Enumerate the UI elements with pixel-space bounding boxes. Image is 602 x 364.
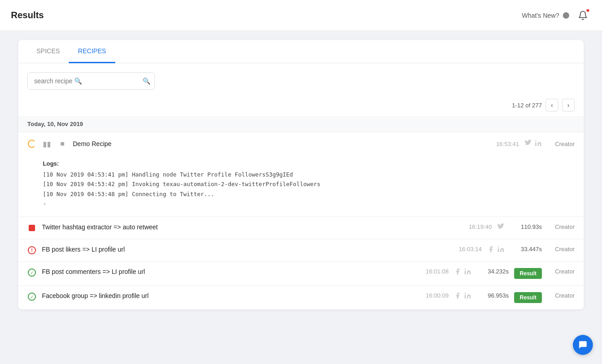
search-area: 🔍 — [18, 63, 584, 94]
status-icon-error: ! — [27, 246, 36, 255]
recipe-row: ✓ Facebook group => linkedin profile url… — [18, 285, 584, 309]
recipe-time: 16:00:09 — [426, 292, 449, 299]
whats-new-button[interactable]: What's New? — [522, 12, 569, 19]
pagination-next[interactable]: › — [562, 99, 575, 111]
tab-recipes[interactable]: RECIPES — [69, 40, 115, 63]
creator-label: Creator — [547, 246, 575, 253]
creator-label: Creator — [547, 141, 575, 147]
whats-new-label: What's New? — [522, 12, 559, 19]
spinner-icon — [28, 140, 36, 148]
recipe-row: ▮▮ ■ Demo Recipe 16:53:41 Creator Logs: … — [18, 132, 584, 217]
recipe-row-main: ▮▮ ■ Demo Recipe 16:53:41 Creator — [27, 139, 575, 149]
success-icon: ✓ — [28, 268, 36, 277]
social-icons — [525, 140, 542, 148]
svg-point-3 — [465, 293, 466, 294]
status-icon-success: ✓ — [27, 292, 36, 301]
creator-label: Creator — [547, 223, 575, 230]
status-icon-running — [27, 139, 36, 148]
logs-label: Logs: — [43, 159, 321, 169]
notifications-button[interactable] — [575, 7, 591, 24]
tab-spices[interactable]: SPICES — [27, 40, 69, 63]
social-icons — [454, 268, 471, 277]
pagination-info: 1-12 of 277 — [512, 102, 542, 109]
duration: 110.93s — [510, 223, 542, 230]
tab-card: SPICES RECIPES 🔍 1-12 of 277 ‹ › Today, … — [18, 40, 584, 309]
header: Results What's New? — [0, 0, 602, 31]
success-icon: ✓ — [28, 293, 36, 301]
status-icon-success: ✓ — [27, 268, 36, 277]
recipe-name: Demo Recipe — [73, 140, 486, 147]
linkedin-icon — [497, 246, 505, 254]
error-icon: ! — [28, 246, 36, 254]
recipe-name: FB post commenters => LI profile url — [42, 268, 416, 275]
stop-button[interactable]: ■ — [57, 139, 67, 149]
recipe-time: 16:01:08 — [426, 268, 449, 275]
tabs-bar: SPICES RECIPES — [18, 40, 584, 63]
log-line: [10 Nov 2019 04:53:48 pm] Connecting to … — [43, 189, 321, 199]
main-content: SPICES RECIPES 🔍 1-12 of 277 ‹ › Today, … — [0, 31, 602, 364]
twitter-icon — [497, 223, 505, 232]
linkedin-icon — [464, 268, 471, 277]
recipe-time: 16:03:14 — [459, 246, 482, 253]
recipe-time: 16:53:41 — [496, 141, 519, 147]
stop-icon — [29, 225, 35, 231]
facebook-icon — [454, 292, 461, 301]
chat-button[interactable] — [573, 335, 593, 355]
page-title: Results — [11, 10, 44, 20]
result-button[interactable]: Result — [514, 268, 542, 279]
svg-point-2 — [465, 268, 466, 270]
linkedin-icon — [464, 292, 471, 301]
recipe-row: Twitter hashtag extractor => auto retwee… — [18, 217, 584, 239]
whats-new-dot — [563, 12, 569, 19]
log-line: [10 Nov 2019 04:53:42 pm] Invoking texau… — [43, 179, 321, 189]
search-icon: 🔍 — [143, 77, 150, 85]
creator-label: Creator — [547, 292, 575, 299]
logs-area: Logs: [10 Nov 2019 04:53:41 pm] Handling… — [27, 154, 321, 210]
recipe-name: Facebook group => linkedin profile url — [42, 292, 416, 299]
duration: 96.953s — [477, 292, 509, 299]
search-wrapper: 🔍 — [27, 72, 155, 90]
date-header: Today, 10, Nov 2019 — [18, 116, 584, 132]
chat-icon — [578, 340, 588, 350]
svg-point-0 — [535, 140, 536, 142]
search-input[interactable] — [27, 72, 155, 90]
recipe-time: 16:19:40 — [469, 223, 492, 230]
status-icon-stopped — [27, 223, 36, 233]
bell-badge — [586, 8, 590, 13]
recipe-name: Twitter hashtag extractor => auto retwee… — [42, 223, 459, 231]
pause-button[interactable]: ▮▮ — [42, 139, 52, 149]
facebook-icon — [454, 268, 461, 277]
pagination-bar: 1-12 of 277 ‹ › — [18, 94, 584, 116]
social-icons — [454, 292, 471, 301]
pagination-prev[interactable]: ‹ — [546, 99, 558, 111]
log-line: [10 Nov 2019 04:53:41 pm] Handling node … — [43, 170, 321, 179]
creator-label: Creator — [547, 268, 575, 275]
svg-point-1 — [498, 246, 499, 248]
facebook-icon — [487, 246, 495, 254]
duration: 33.447s — [510, 246, 542, 253]
twitter-icon — [525, 140, 532, 148]
recipe-row: ! FB post likers => LI profile url 16:03… — [18, 239, 584, 261]
linkedin-icon — [535, 140, 542, 148]
header-right: What's New? — [522, 7, 591, 24]
recipe-row: ✓ FB post commenters => LI profile url 1… — [18, 261, 584, 285]
social-icons — [497, 223, 505, 232]
result-button[interactable]: Result — [514, 292, 542, 303]
social-icons — [487, 246, 505, 254]
duration: 34.232s — [477, 268, 509, 275]
log-line: - — [43, 199, 321, 208]
recipe-name: FB post likers => LI profile url — [42, 246, 449, 253]
